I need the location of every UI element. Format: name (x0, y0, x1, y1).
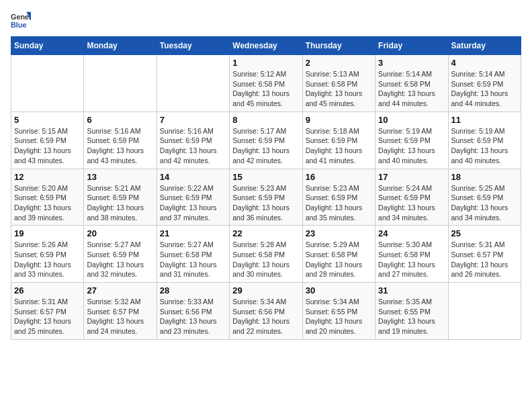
logo-icon: GeneralBlue (11, 11, 31, 31)
calendar-cell: 30Sunrise: 5:34 AMSunset: 6:55 PMDayligh… (302, 283, 375, 340)
calendar-cell: 13Sunrise: 5:21 AMSunset: 6:59 PMDayligh… (84, 169, 157, 226)
day-info: Sunrise: 5:23 AMSunset: 6:59 PMDaylight:… (306, 183, 372, 223)
calendar-cell (157, 55, 229, 112)
calendar-cell: 22Sunrise: 5:28 AMSunset: 6:58 PMDayligh… (230, 226, 302, 283)
day-number: 20 (87, 228, 153, 238)
day-info: Sunrise: 5:25 AMSunset: 6:59 PMDaylight:… (451, 183, 518, 223)
calendar-week-3: 12Sunrise: 5:20 AMSunset: 6:59 PMDayligh… (11, 169, 521, 226)
calendar-cell: 11Sunrise: 5:19 AMSunset: 6:59 PMDayligh… (448, 111, 521, 169)
day-number: 24 (378, 228, 445, 238)
day-info: Sunrise: 5:34 AMSunset: 6:56 PMDaylight:… (232, 297, 299, 336)
day-number: 29 (232, 285, 299, 295)
day-number: 28 (160, 285, 226, 295)
weekday-header-tuesday: Tuesday (157, 37, 229, 55)
day-info: Sunrise: 5:23 AMSunset: 6:59 PMDaylight:… (232, 183, 299, 223)
weekday-header-row: SundayMondayTuesdayWednesdayThursdayFrid… (11, 37, 521, 55)
day-number: 6 (87, 115, 153, 125)
day-info: Sunrise: 5:14 AMSunset: 6:59 PMDaylight:… (451, 69, 518, 109)
calendar-cell: 25Sunrise: 5:31 AMSunset: 6:57 PMDayligh… (448, 226, 521, 283)
day-number: 23 (306, 228, 372, 238)
calendar-cell (11, 55, 84, 112)
calendar-cell: 10Sunrise: 5:19 AMSunset: 6:59 PMDayligh… (375, 111, 448, 169)
day-info: Sunrise: 5:19 AMSunset: 6:59 PMDaylight:… (451, 126, 518, 166)
day-info: Sunrise: 5:24 AMSunset: 6:59 PMDaylight:… (378, 183, 445, 223)
calendar-cell: 5Sunrise: 5:15 AMSunset: 6:59 PMDaylight… (11, 111, 84, 169)
day-info: Sunrise: 5:16 AMSunset: 6:59 PMDaylight:… (87, 126, 153, 166)
calendar-cell: 24Sunrise: 5:30 AMSunset: 6:58 PMDayligh… (375, 226, 448, 283)
calendar-cell: 21Sunrise: 5:27 AMSunset: 6:58 PMDayligh… (157, 226, 229, 283)
calendar-cell (84, 55, 157, 112)
day-info: Sunrise: 5:30 AMSunset: 6:58 PMDaylight:… (378, 240, 445, 279)
calendar-cell: 6Sunrise: 5:16 AMSunset: 6:59 PMDaylight… (84, 111, 157, 169)
calendar-cell: 20Sunrise: 5:27 AMSunset: 6:59 PMDayligh… (84, 226, 157, 283)
calendar-cell: 16Sunrise: 5:23 AMSunset: 6:59 PMDayligh… (302, 169, 375, 226)
day-number: 13 (87, 172, 153, 182)
day-number: 11 (451, 115, 518, 125)
day-number: 27 (87, 285, 153, 295)
day-number: 30 (306, 285, 372, 295)
calendar-cell: 27Sunrise: 5:32 AMSunset: 6:57 PMDayligh… (84, 283, 157, 340)
day-number: 17 (378, 172, 445, 182)
day-info: Sunrise: 5:34 AMSunset: 6:55 PMDaylight:… (306, 297, 372, 336)
day-number: 25 (451, 228, 518, 238)
day-info: Sunrise: 5:19 AMSunset: 6:59 PMDaylight:… (378, 126, 445, 166)
day-info: Sunrise: 5:15 AMSunset: 6:59 PMDaylight:… (14, 126, 81, 166)
day-info: Sunrise: 5:32 AMSunset: 6:57 PMDaylight:… (87, 297, 153, 336)
day-number: 18 (451, 172, 518, 182)
calendar-cell: 3Sunrise: 5:14 AMSunset: 6:58 PMDaylight… (375, 55, 448, 112)
day-number: 19 (14, 228, 81, 238)
calendar-cell: 19Sunrise: 5:26 AMSunset: 6:59 PMDayligh… (11, 226, 84, 283)
calendar-cell: 15Sunrise: 5:23 AMSunset: 6:59 PMDayligh… (230, 169, 302, 226)
day-number: 8 (232, 115, 299, 125)
svg-text:Blue: Blue (11, 21, 26, 29)
day-info: Sunrise: 5:33 AMSunset: 6:56 PMDaylight:… (160, 297, 226, 336)
calendar-cell: 8Sunrise: 5:17 AMSunset: 6:59 PMDaylight… (230, 111, 302, 169)
calendar-cell: 4Sunrise: 5:14 AMSunset: 6:59 PMDaylight… (448, 55, 521, 112)
calendar-cell: 17Sunrise: 5:24 AMSunset: 6:59 PMDayligh… (375, 169, 448, 226)
calendar-table: SundayMondayTuesdayWednesdayThursdayFrid… (11, 36, 521, 340)
day-info: Sunrise: 5:17 AMSunset: 6:59 PMDaylight:… (232, 126, 299, 166)
day-info: Sunrise: 5:22 AMSunset: 6:59 PMDaylight:… (160, 183, 226, 223)
day-number: 15 (232, 172, 299, 182)
day-info: Sunrise: 5:31 AMSunset: 6:57 PMDaylight:… (14, 297, 81, 336)
calendar-week-4: 19Sunrise: 5:26 AMSunset: 6:59 PMDayligh… (11, 226, 521, 283)
weekday-header-thursday: Thursday (302, 37, 375, 55)
day-info: Sunrise: 5:12 AMSunset: 6:58 PMDaylight:… (232, 69, 299, 109)
calendar-cell: 2Sunrise: 5:13 AMSunset: 6:58 PMDaylight… (302, 55, 375, 112)
calendar-cell (448, 283, 521, 340)
calendar-week-2: 5Sunrise: 5:15 AMSunset: 6:59 PMDaylight… (11, 111, 521, 169)
day-number: 2 (306, 58, 372, 68)
day-info: Sunrise: 5:21 AMSunset: 6:59 PMDaylight:… (87, 183, 153, 223)
weekday-header-wednesday: Wednesday (230, 37, 302, 55)
day-number: 14 (160, 172, 226, 182)
calendar-cell: 29Sunrise: 5:34 AMSunset: 6:56 PMDayligh… (230, 283, 302, 340)
day-info: Sunrise: 5:28 AMSunset: 6:58 PMDaylight:… (232, 240, 299, 279)
calendar-week-5: 26Sunrise: 5:31 AMSunset: 6:57 PMDayligh… (11, 283, 521, 340)
day-info: Sunrise: 5:13 AMSunset: 6:58 PMDaylight:… (306, 69, 372, 109)
calendar-cell: 23Sunrise: 5:29 AMSunset: 6:58 PMDayligh… (302, 226, 375, 283)
day-number: 9 (306, 115, 372, 125)
day-info: Sunrise: 5:27 AMSunset: 6:58 PMDaylight:… (160, 240, 226, 279)
day-info: Sunrise: 5:14 AMSunset: 6:58 PMDaylight:… (378, 69, 445, 109)
day-number: 1 (232, 58, 299, 68)
day-number: 26 (14, 285, 81, 295)
calendar-cell: 14Sunrise: 5:22 AMSunset: 6:59 PMDayligh… (157, 169, 229, 226)
day-info: Sunrise: 5:31 AMSunset: 6:57 PMDaylight:… (451, 240, 518, 279)
day-number: 7 (160, 115, 226, 125)
page-header: GeneralBlue (11, 11, 521, 31)
day-number: 5 (14, 115, 81, 125)
day-info: Sunrise: 5:16 AMSunset: 6:59 PMDaylight:… (160, 126, 226, 166)
calendar-cell: 31Sunrise: 5:35 AMSunset: 6:55 PMDayligh… (375, 283, 448, 340)
day-number: 3 (378, 58, 445, 68)
calendar-cell: 9Sunrise: 5:18 AMSunset: 6:59 PMDaylight… (302, 111, 375, 169)
day-info: Sunrise: 5:20 AMSunset: 6:59 PMDaylight:… (14, 183, 81, 223)
calendar-cell: 1Sunrise: 5:12 AMSunset: 6:58 PMDaylight… (230, 55, 302, 112)
day-info: Sunrise: 5:35 AMSunset: 6:55 PMDaylight:… (378, 297, 445, 336)
day-number: 12 (14, 172, 81, 182)
weekday-header-sunday: Sunday (11, 37, 84, 55)
day-number: 4 (451, 58, 518, 68)
calendar-cell: 12Sunrise: 5:20 AMSunset: 6:59 PMDayligh… (11, 169, 84, 226)
day-info: Sunrise: 5:26 AMSunset: 6:59 PMDaylight:… (14, 240, 81, 279)
day-number: 22 (232, 228, 299, 238)
calendar-week-1: 1Sunrise: 5:12 AMSunset: 6:58 PMDaylight… (11, 55, 521, 112)
